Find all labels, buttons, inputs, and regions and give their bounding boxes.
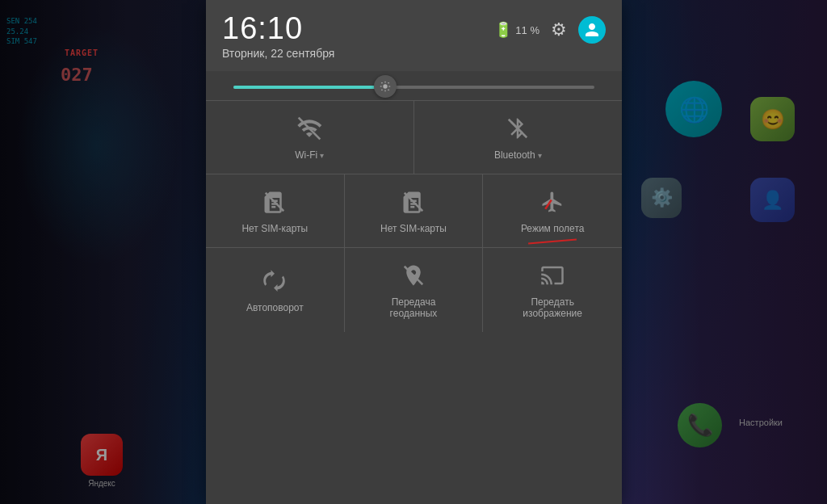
time-section: 16:10 Вторник, 22 сентября [222, 13, 494, 60]
location-icon [399, 261, 428, 290]
brightness-slider-track[interactable] [233, 86, 594, 89]
bluetooth-toggle[interactable]: Bluetooth ▾ [414, 100, 623, 174]
wifi-icon [295, 114, 324, 143]
bluetooth-icon [503, 114, 532, 143]
airplane-label: Режим полета [521, 223, 585, 234]
bluetooth-label: Bluetooth ▾ [494, 149, 542, 161]
panel-header: 16:10 Вторник, 22 сентября 🔋 11 % ⚙ [206, 0, 622, 71]
wifi-chevron-icon: ▾ [320, 151, 324, 160]
settings-icon-button[interactable]: ⚙ [548, 19, 570, 41]
toggle-row-sim-airplane: Нет SIM-карты Нет SIM-карты [206, 174, 622, 247]
airplane-red-line [528, 238, 577, 244]
autorotate-label: Автоповорот [246, 302, 304, 313]
autorotate-toggle[interactable]: Автоповорот [206, 247, 345, 332]
sim2-icon [399, 187, 428, 216]
sim1-label: Нет SIM-карты [241, 223, 308, 234]
sim1-toggle[interactable]: Нет SIM-карты [206, 174, 345, 247]
toggle-row-wifi-bluetooth: Wi-Fi ▾ Bluetooth ▾ [206, 100, 622, 174]
airplane-toggle[interactable]: Режим полета [483, 174, 622, 247]
notification-panel: 16:10 Вторник, 22 сентября 🔋 11 % ⚙ [206, 0, 622, 504]
sim2-label: Нет SIM-карты [380, 223, 447, 234]
toggle-row-misc: Автоповорот Передача геоданных [206, 247, 622, 332]
cast-icon [538, 261, 567, 290]
user-avatar-button[interactable] [578, 16, 606, 44]
brightness-thumb[interactable] [374, 75, 397, 98]
brightness-slider-fill [233, 86, 385, 89]
date-display: Вторник, 22 сентября [222, 47, 494, 60]
cast-toggle[interactable]: Передать изображение [483, 247, 622, 332]
location-toggle[interactable]: Передача геоданных [345, 247, 484, 332]
time-display: 16:10 [222, 13, 494, 44]
header-icons: 🔋 11 % ⚙ [494, 16, 606, 44]
airplane-icon [538, 187, 567, 216]
sim2-toggle[interactable]: Нет SIM-карты [345, 174, 484, 247]
cast-label: Передать изображение [523, 296, 582, 319]
wifi-toggle[interactable]: Wi-Fi ▾ [206, 100, 414, 174]
autorotate-icon [260, 267, 289, 296]
brightness-section [206, 71, 622, 100]
bluetooth-chevron-icon: ▾ [538, 151, 542, 160]
location-label: Передача геоданных [390, 296, 438, 319]
wifi-label: Wi-Fi ▾ [295, 149, 324, 161]
sim1-icon [260, 187, 289, 216]
battery-status: 🔋 11 % [494, 21, 539, 39]
